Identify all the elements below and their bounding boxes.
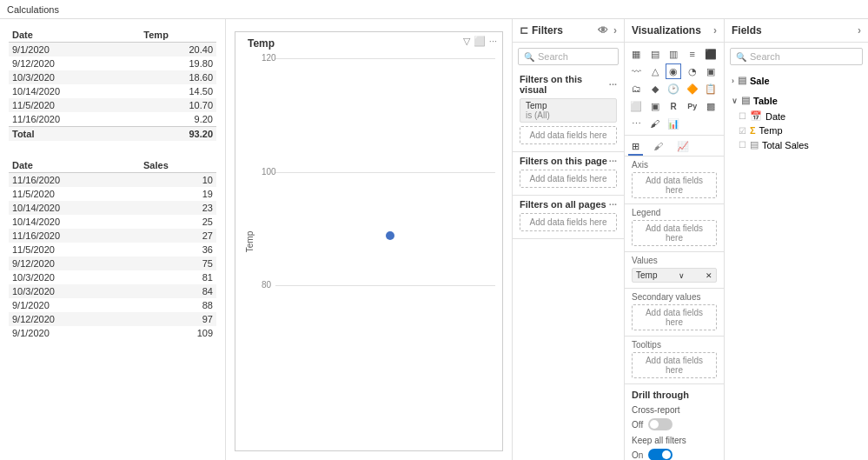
temp-cell: 9.20 [140, 112, 216, 127]
sales-table-sales-header: Sales [140, 158, 216, 173]
viz-tooltips-title: Tooltips [632, 340, 717, 350]
viz-icon-gauge[interactable]: 🕑 [666, 81, 681, 97]
table-row: 10/3/202084 [9, 284, 216, 298]
filter-icon[interactable]: ▽ [463, 36, 470, 47]
table-row: 11/16/202010 [9, 173, 216, 188]
viz-icon-treemap[interactable]: ▣ [703, 63, 719, 79]
viz-legend-title: Legend [632, 208, 717, 217]
viz-axis-section: Axis Add data fields here [625, 157, 724, 204]
viz-icon-pie[interactable]: ◔ [685, 63, 700, 79]
viz-icon-map[interactable]: ◆ [647, 81, 663, 97]
table-row: 9/12/202019.80 [9, 57, 216, 70]
viz-icon-scatter[interactable]: ◉ [666, 63, 681, 79]
viz-icon-format[interactable]: 🖌 [647, 116, 663, 131]
sales-cell: 25 [140, 215, 216, 229]
viz-icon-matrix[interactable]: ⬜ [628, 98, 644, 114]
filters-visual-more[interactable]: ··· [609, 79, 617, 90]
viz-icon-kpi[interactable]: ▣ [647, 98, 663, 114]
viz-tab-analytics[interactable]: 📈 [673, 139, 692, 156]
fields-expand-icon[interactable]: › [858, 24, 861, 37]
field-item-date[interactable]: ☐ 📅 Date [725, 109, 868, 123]
date-cell: 9/12/2020 [9, 257, 140, 270]
viz-icon-bar[interactable]: ▦ [628, 46, 644, 62]
date-cell: 11/5/2020 [9, 98, 140, 112]
sales-cell: 23 [140, 201, 216, 215]
field-group-table-header[interactable]: ∨ ▤ Table [725, 92, 868, 109]
viz-icon-filled-map[interactable]: ⬛ [703, 46, 719, 62]
viz-axis-title: Axis [632, 160, 717, 170]
sales-cell: 75 [140, 257, 216, 270]
filters-page-title: Filters on this page ··· [520, 156, 617, 166]
filters-page-more[interactable]: ··· [609, 156, 617, 166]
viz-icon-r[interactable]: R [666, 98, 681, 114]
field-item-total-sales[interactable]: ☐ ▤ Total Sales [725, 137, 868, 152]
viz-icon-funnel[interactable]: 🗂 [628, 81, 644, 97]
filters-eye-icon[interactable]: 👁 [598, 24, 608, 37]
filter-chip-value: is (All) [526, 110, 611, 120]
viz-icon-stacked-bar[interactable]: ▤ [647, 46, 663, 62]
viz-values-chip[interactable]: Temp ∨ ✕ [632, 268, 717, 283]
drill-through-title: Drill through [632, 388, 717, 400]
keep-filters-toggle[interactable] [648, 449, 673, 460]
viz-expand-icon[interactable]: › [713, 24, 717, 37]
viz-tooltips-section: Tooltips Add data fields here [625, 337, 724, 384]
viz-secondary-section: Secondary values Add data fields here [625, 289, 724, 337]
viz-tab-fields[interactable]: ⊞ [628, 139, 643, 156]
chart-toolbar: ▽ ⬜ ··· [463, 36, 497, 47]
keep-filters-row: Keep all filters [632, 436, 717, 445]
viz-icon-custom[interactable]: ▩ [703, 98, 719, 114]
filter-chip-temp[interactable]: Temp is (All) [520, 98, 617, 123]
field-group-sale-header[interactable]: › ▤ Sale [725, 72, 868, 89]
filters-visual-title: Filters on this visual ··· [520, 74, 617, 95]
date-cell: 9/1/2020 [9, 298, 140, 312]
total-row: Total93.20 [9, 127, 216, 142]
date-field-icon: 📅 [750, 110, 762, 122]
total-label: Total [9, 127, 140, 142]
sales-cell: 84 [140, 284, 216, 298]
viz-icon-100-bar[interactable]: ▥ [666, 46, 681, 62]
viz-axis-add[interactable]: Add data fields here [632, 172, 717, 198]
table-row: 10/14/202014.50 [9, 84, 216, 98]
cross-report-toggle[interactable] [648, 418, 673, 430]
viz-icon-more[interactable]: ⋯ [628, 116, 644, 131]
filters-all-add[interactable]: Add data fields here [520, 213, 617, 231]
date-cell: 10/3/2020 [9, 284, 140, 298]
y-axis-label: Temp [245, 230, 255, 251]
viz-values-chip-down[interactable]: ∨ [679, 271, 685, 280]
viz-legend-add[interactable]: Add data fields here [632, 220, 717, 246]
viz-icon-card[interactable]: 🔶 [685, 81, 700, 97]
temp-cell: 19.80 [140, 57, 216, 70]
viz-icon-area[interactable]: △ [647, 63, 663, 79]
filters-all-more[interactable]: ··· [609, 199, 617, 210]
field-group-table: ∨ ▤ Table ☐ 📅 Date ☑ Σ Temp ☐ ▤ Total Sa… [725, 90, 868, 154]
viz-values-chip-close[interactable]: ✕ [706, 271, 712, 280]
fields-search-box: 🔍 Search [730, 48, 863, 65]
viz-icon-analytics[interactable]: 📊 [666, 116, 681, 131]
expand-icon[interactable]: ⬜ [474, 36, 486, 47]
viz-icon-horiz-bar[interactable]: ≡ [685, 46, 700, 62]
viz-icon-py[interactable]: Py [685, 98, 700, 114]
viz-icon-table[interactable]: 📋 [703, 81, 719, 97]
temp-table-date-header: Date [9, 28, 140, 43]
viz-tab-format[interactable]: 🖌 [650, 139, 666, 156]
date-cell: 11/5/2020 [9, 187, 140, 201]
temp-table: Date Temp 9/1/202020.409/12/202019.8010/… [9, 28, 216, 141]
filters-arrow-icon[interactable]: › [613, 24, 617, 37]
filters-all-section: Filters on all pages ··· Add data fields… [513, 196, 624, 239]
viz-values-chip-label: Temp [636, 270, 657, 280]
viz-secondary-add[interactable]: Add data fields here [632, 304, 717, 330]
date-cell: 9/1/2020 [9, 43, 140, 57]
viz-icon-line[interactable]: 〰 [628, 63, 644, 79]
table-row: 9/1/202020.40 [9, 43, 216, 57]
date-check: ☐ [739, 111, 746, 121]
chart-area: Temp ▽ ⬜ ··· Temp 120 100 80 [226, 19, 512, 460]
filter-funnel-icon: ⊏ [520, 24, 528, 37]
viz-tooltips-add[interactable]: Add data fields here [632, 352, 717, 378]
sales-cell: 88 [140, 298, 216, 312]
filters-visual-add[interactable]: Add data fields here [520, 126, 617, 144]
field-item-temp[interactable]: ☑ Σ Temp [725, 123, 868, 137]
chart-title: Temp [248, 37, 275, 50]
filters-page-add[interactable]: Add data fields here [520, 170, 617, 188]
sale-group-label: Sale [750, 76, 770, 86]
more-icon[interactable]: ··· [489, 36, 497, 47]
